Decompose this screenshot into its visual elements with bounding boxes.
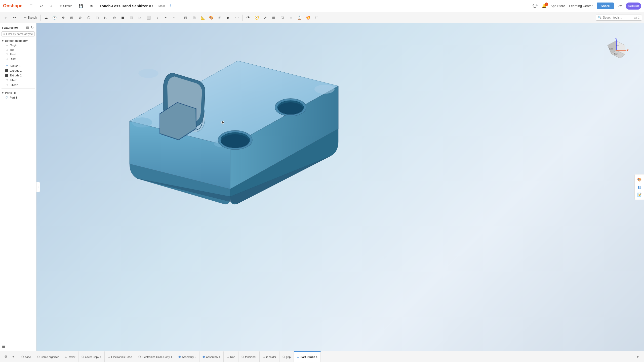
- fillet-button[interactable]: ◻: [93, 14, 101, 22]
- tree-item-top[interactable]: □ Top: [0, 48, 36, 52]
- tree-item-origin[interactable]: ○ Origin: [0, 43, 36, 48]
- chamfer-button[interactable]: ◺: [102, 14, 110, 22]
- features-refresh-button[interactable]: ↻: [30, 25, 34, 30]
- search-tools[interactable]: 🔍 alt C: [596, 15, 642, 21]
- view-options-button[interactable]: 👁: [244, 14, 252, 22]
- tree-item-part1[interactable]: ⬡ Part 1: [0, 95, 36, 100]
- notes-panel-icon[interactable]: 📝: [636, 191, 643, 198]
- replace-face-button[interactable]: ↔: [170, 14, 178, 22]
- tab-cover[interactable]: ⬡ cover: [62, 351, 78, 362]
- sketch-button[interactable]: ✏ Sketch: [58, 3, 74, 9]
- tab-base[interactable]: ⬡ base: [18, 351, 34, 362]
- draft-button[interactable]: ▷: [136, 14, 144, 22]
- bottom-right-icons: ▸: [633, 353, 643, 360]
- move-face-button[interactable]: ⬜: [145, 14, 153, 22]
- undo-button[interactable]: ↩: [37, 2, 46, 10]
- help-button[interactable]: ?▾: [618, 4, 622, 8]
- viewport-canvas[interactable]: X Z Top Front Right 🎨 ◧ 📝: [36, 23, 644, 351]
- parts-header[interactable]: ▼ Parts (1): [0, 90, 36, 95]
- appearance-button[interactable]: 🎨: [207, 14, 215, 22]
- viewport[interactable]: X Z Top Front Right 🎨 ◧ 📝: [36, 23, 644, 351]
- tree-item-fillet2[interactable]: ◻ Fillet 2: [0, 82, 36, 87]
- tree-item-sketch1[interactable]: ✏ Sketch 1: [0, 63, 36, 68]
- pattern-button[interactable]: ⊞: [68, 14, 76, 22]
- settings-icon[interactable]: ⚙: [3, 353, 9, 360]
- flatten-button[interactable]: ⬚: [313, 14, 321, 22]
- default-geometry-header[interactable]: ▼ Default geometry: [0, 38, 36, 43]
- tab-electronics-case-copy1[interactable]: ⬡ Electronics Case Copy 1: [135, 351, 175, 362]
- shape-button[interactable]: ⬡: [85, 14, 93, 22]
- named-views-button[interactable]: 📋: [296, 14, 304, 22]
- panel-collapse-button[interactable]: ‹: [36, 182, 40, 192]
- tree-item-extrude2[interactable]: ⬛ Extrude 2: [0, 73, 36, 78]
- redo-tool-button[interactable]: ↪: [11, 14, 19, 22]
- materials-panel-icon[interactable]: ◧: [636, 184, 643, 191]
- display-states-button[interactable]: ▦: [270, 14, 278, 22]
- orientation-cube[interactable]: X Z Top Front Right: [604, 38, 629, 63]
- filter-box[interactable]: ≡: [2, 31, 35, 36]
- mate-button[interactable]: ⊞: [190, 14, 198, 22]
- logo[interactable]: Onshape: [3, 3, 22, 9]
- panel-notes-button[interactable]: ☰: [2, 344, 6, 349]
- hamburger-menu-button[interactable]: ☰: [27, 2, 35, 10]
- tab-assembly1[interactable]: ⬢ Assembly 1: [199, 351, 224, 362]
- tab-label-base: base: [25, 355, 31, 358]
- share-button[interactable]: Share: [597, 3, 614, 9]
- tree-item-extrude1[interactable]: ⬛ Extrude 1: [0, 68, 36, 73]
- undo-tool-button[interactable]: ↩: [2, 14, 10, 22]
- notification-icon[interactable]: 🔔 1: [542, 4, 547, 8]
- features-filter-button[interactable]: ⊟: [26, 25, 29, 30]
- appearances-panel-icon[interactable]: 🎨: [636, 176, 643, 183]
- delete-face-button[interactable]: ✂: [162, 14, 170, 22]
- more-tabs-button[interactable]: ▸: [635, 353, 641, 360]
- tab-electronics-case[interactable]: ⬡ Electronics Case: [105, 351, 135, 362]
- tab-cable-orgnizer[interactable]: ⬡ Cable orgnizer: [34, 351, 62, 362]
- tab-ir-holder[interactable]: ⬡ ir holder: [260, 351, 279, 362]
- filter-button[interactable]: ≡: [287, 14, 295, 22]
- offset-button[interactable]: ⬦: [153, 14, 161, 22]
- chat-icon[interactable]: 💬: [533, 4, 538, 8]
- save-button[interactable]: 💾: [77, 2, 85, 10]
- learning-center-link[interactable]: Learning Center: [569, 4, 592, 8]
- svg-point-13: [221, 134, 249, 148]
- app-store-link[interactable]: App Store: [551, 4, 565, 8]
- simulation-button[interactable]: ▶: [224, 14, 232, 22]
- measure-button[interactable]: 📐: [199, 14, 207, 22]
- follow-icon[interactable]: ⇪: [169, 4, 172, 8]
- search-tools-input[interactable]: [603, 16, 633, 19]
- tree-item-front[interactable]: □ Front: [0, 52, 36, 57]
- zoom-fit-button[interactable]: ⤢: [261, 14, 269, 22]
- history-button[interactable]: 🕐: [51, 14, 59, 22]
- orient-button[interactable]: 🧭: [253, 14, 261, 22]
- shell-button[interactable]: ▣: [119, 14, 127, 22]
- tree-item-fillet1[interactable]: ◻ Fillet 1: [0, 78, 36, 82]
- tree-item-right[interactable]: □ Right: [0, 57, 36, 61]
- render-button[interactable]: ◎: [216, 14, 224, 22]
- transform-button[interactable]: ✥: [59, 14, 67, 22]
- rib-button[interactable]: ▤: [128, 14, 136, 22]
- tab-rod[interactable]: ⬡ Rod: [224, 351, 238, 362]
- section-view-button[interactable]: ⊡: [182, 14, 190, 22]
- selection-button[interactable]: ◱: [278, 14, 287, 22]
- more-tools-button[interactable]: ⋯: [233, 14, 241, 22]
- explode-button[interactable]: 💥: [304, 14, 312, 22]
- svg-point-18: [221, 121, 224, 124]
- redo-button[interactable]: ↪: [47, 2, 55, 10]
- tab-assembly2[interactable]: ⬢ Assembly 2: [175, 351, 199, 362]
- tab-tensioner[interactable]: ⬡ tensioner: [238, 351, 260, 362]
- view-button[interactable]: 👁: [88, 2, 96, 10]
- filter-input[interactable]: [6, 32, 33, 35]
- boolean-button[interactable]: ⊕: [76, 14, 84, 22]
- tab-label-tensioner: tensioner: [245, 355, 256, 358]
- tab-cover-copy1[interactable]: ⬡ cover Copy 1: [78, 351, 105, 362]
- add-tab-button[interactable]: +: [10, 353, 17, 360]
- notification-badge: 1: [545, 3, 548, 6]
- user-avatar[interactable]: nikolas550: [626, 3, 641, 10]
- tab-grip[interactable]: ⬡ grip: [279, 351, 294, 362]
- tab-label-cover: cover: [68, 355, 75, 358]
- sketch-tool-button[interactable]: ✏ Sketch: [22, 15, 39, 20]
- tab-part-studio1[interactable]: ⬡ Part Studio 1: [294, 351, 321, 362]
- hole-button[interactable]: ⊙: [110, 14, 118, 22]
- save-cloud-button[interactable]: ☁: [42, 14, 50, 22]
- features-header: Features (9) ⊟ ↻: [0, 23, 36, 31]
